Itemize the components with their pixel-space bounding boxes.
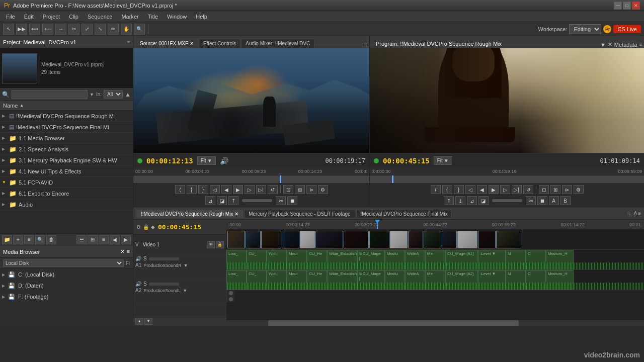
pg-overlay-btn[interactable]: ⊞: [550, 185, 560, 194]
toolbar-hand[interactable]: ✋: [121, 24, 132, 35]
video-clip[interactable]: [261, 231, 281, 248]
drive-item-d[interactable]: ▶ 💾 D: (Daten): [0, 280, 133, 291]
src-mark-out-btn[interactable]: }: [198, 185, 208, 194]
h-scrollbar-thumb[interactable]: [268, 320, 519, 326]
tl-tab-rough-mix[interactable]: !!Medieval DVCPro Sequence Rough Mix ✕: [136, 210, 243, 218]
audio1-dropdown-icon[interactable]: ▼: [184, 263, 188, 268]
timeline-panel-menu[interactable]: ≡: [625, 211, 632, 217]
src-overlay-btn[interactable]: ⊞: [295, 185, 305, 194]
src-insert-btn[interactable]: ⊿: [205, 196, 215, 205]
src-settings-btn[interactable]: ⚙: [318, 185, 328, 194]
metadata-tab[interactable]: Metadata: [614, 42, 637, 48]
video-clip[interactable]: [408, 231, 423, 248]
automate-button[interactable]: ≡: [24, 235, 34, 244]
tl-tab-final-mix[interactable]: !Medieval DVCPro Sequence Final Mix: [356, 210, 452, 218]
pg-play-back-btn[interactable]: ◀: [477, 185, 487, 194]
source-scrubber[interactable]: [133, 175, 369, 183]
menu-clip[interactable]: Clip: [65, 13, 83, 21]
panel-menu-button[interactable]: ≡: [99, 235, 109, 244]
list-item[interactable]: ▶ 📁 4.1 New UI Tips & Effects: [0, 166, 133, 177]
toolbar-ripple-edit[interactable]: ⟺: [29, 24, 40, 35]
tl-settings[interactable]: ≡: [638, 211, 641, 216]
toolbar-pen[interactable]: ✏: [108, 24, 119, 35]
pg-btn-b[interactable]: B: [560, 196, 571, 205]
audio1-solo-icon[interactable]: S: [143, 256, 147, 261]
list-view-button[interactable]: ☰: [76, 235, 87, 244]
src-mark-in-btn[interactable]: {: [187, 185, 197, 194]
video-eye-btn[interactable]: 👁: [207, 241, 215, 248]
src-next-keyframe-btn[interactable]: ▷|: [256, 185, 266, 194]
source-volume-slider[interactable]: [242, 199, 272, 202]
video-clip[interactable]: [227, 231, 245, 248]
audio1-level-slider[interactable]: [149, 257, 179, 260]
minimize-button[interactable]: —: [614, 2, 622, 10]
video-clip[interactable]: [442, 231, 457, 248]
list-item[interactable]: ▶ 📁 6.1 Export to Encore: [0, 188, 133, 199]
program-close-icon[interactable]: ✕: [608, 41, 612, 48]
src-play-back-btn[interactable]: ◀: [221, 185, 231, 194]
audio1-mute-icon[interactable]: 🔊: [135, 256, 141, 261]
source-fit-selector[interactable]: Fit ▼: [197, 156, 216, 165]
src-play-btn[interactable]: ▶: [233, 185, 243, 194]
audio2-mute-icon[interactable]: 🔊: [135, 281, 141, 287]
menu-marker[interactable]: Marker: [117, 13, 142, 21]
pg-settings-btn[interactable]: ⚙: [574, 185, 584, 194]
program-scrubber[interactable]: [370, 175, 644, 183]
src-prev-keyframe-btn[interactable]: ◁: [210, 185, 220, 194]
program-fit-selector[interactable]: Fit ▼: [434, 156, 452, 165]
search-filter-icon[interactable]: ▼: [90, 92, 94, 97]
scroll-left-button[interactable]: ◀: [110, 235, 120, 244]
name-column-header[interactable]: Name: [3, 103, 18, 109]
drive-item-f[interactable]: ▶ 💾 F: (Footage): [0, 291, 133, 302]
new-item-button[interactable]: +: [13, 235, 23, 244]
pg-step-back-btn[interactable]: ⟨: [431, 185, 441, 194]
media-browser-close[interactable]: ✕: [120, 248, 125, 255]
src-export-btn[interactable]: ⊳: [306, 185, 316, 194]
pg-extract-btn[interactable]: ⤓: [455, 196, 465, 205]
pg-trim-btn[interactable]: ⊳: [562, 185, 572, 194]
v-scroll-down[interactable]: [229, 297, 233, 301]
tab-audio-mixer[interactable]: Audio Mixer: !!Medieval DVC: [241, 39, 314, 48]
scroll-right-button[interactable]: ▶: [121, 235, 131, 244]
timeline-ruler[interactable]: :00:00 00:00:14:23 00:00:29:23 00:00:44:…: [226, 220, 644, 230]
toolbar-rolling-edit[interactable]: ⟻: [42, 24, 53, 35]
source-audio-icon[interactable]: 🔊: [220, 157, 228, 165]
cs-live-button[interactable]: CS Live: [613, 25, 641, 33]
menu-project[interactable]: Project: [39, 13, 64, 21]
src-audio-gang-btn[interactable]: ⚯: [276, 196, 286, 205]
menu-file[interactable]: File: [2, 13, 19, 21]
list-item[interactable]: ▶ ▤ !!Medieval DVCPro Sequence Rough M: [0, 111, 133, 122]
toolbar-track-select[interactable]: ▶▶: [16, 24, 27, 35]
search-in-select[interactable]: All: [104, 90, 123, 99]
video-clip[interactable]: [424, 231, 441, 248]
drive-select[interactable]: Local Disk: [3, 259, 124, 267]
toolbar-razor[interactable]: ✂: [68, 24, 79, 35]
timeline-playhead[interactable]: [377, 220, 378, 229]
program-panel-menu[interactable]: ≡: [639, 42, 642, 47]
list-item[interactable]: ▶ 📁 1.1 Media Browser: [0, 133, 133, 144]
search-up-icon[interactable]: ▲: [125, 91, 131, 98]
pg-play-fwd-btn[interactable]: ▷: [500, 185, 510, 194]
video-lock-btn[interactable]: 🔒: [216, 241, 224, 248]
pg-gang-btn[interactable]: ⚯: [526, 196, 536, 205]
tl-marker-icon[interactable]: ◆: [151, 224, 155, 230]
toolbar-zoom[interactable]: 🔍: [134, 24, 145, 35]
pg-ins-btn[interactable]: ⊿: [467, 196, 477, 205]
find-button[interactable]: 🔍: [35, 235, 45, 244]
close-button[interactable]: ✕: [632, 2, 640, 10]
list-item[interactable]: ▶ 📁 Audio: [0, 199, 133, 210]
program-dropdown-icon[interactable]: ▼: [600, 42, 606, 48]
pg-lift-btn[interactable]: ⤒: [444, 196, 454, 205]
tl-tab-mercury[interactable]: Mercury Playback Sequence - DSLR Footage: [244, 210, 355, 218]
toolbar-slip[interactable]: ⤢: [82, 24, 93, 35]
src-loop-btn[interactable]: ↺: [268, 185, 278, 194]
pg-export-btn[interactable]: ⏹: [537, 196, 547, 205]
pg-overwrite-btn[interactable]: ◪: [478, 196, 489, 205]
video-clip[interactable]: [457, 231, 477, 248]
source-panel-menu[interactable]: ≡: [364, 42, 367, 48]
v-scroll-up[interactable]: [229, 291, 233, 295]
pg-loop-btn[interactable]: ↺: [523, 185, 533, 194]
video-clip[interactable]: [300, 231, 315, 248]
list-item[interactable]: ▼ 📁 5.1 FCP/AVID: [0, 177, 133, 188]
pg-play-btn[interactable]: ▶: [489, 185, 499, 194]
